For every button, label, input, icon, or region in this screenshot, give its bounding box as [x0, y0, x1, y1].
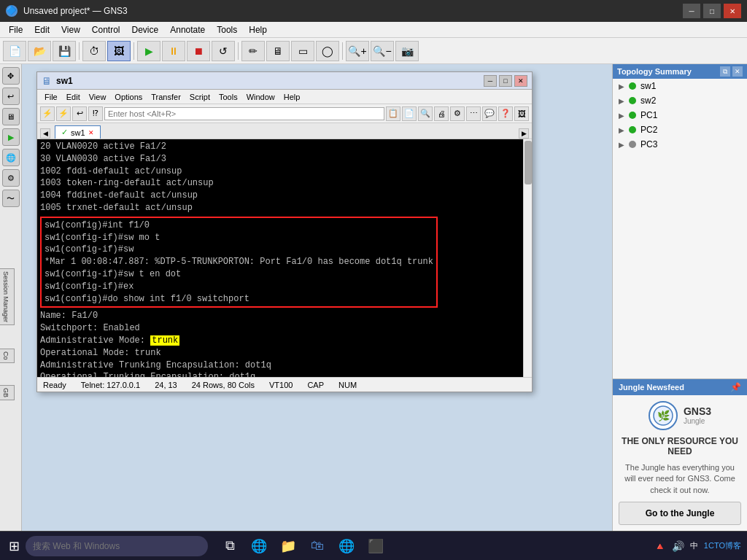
- rect-button[interactable]: ▭: [291, 41, 314, 61]
- term-menu-transfer[interactable]: Transfer: [147, 92, 185, 102]
- zoom-in-button[interactable]: 🔍+: [346, 41, 369, 61]
- term-tb-more[interactable]: ⋯: [466, 106, 481, 121]
- taskbar-ime-icon[interactable]: 中: [690, 540, 698, 551]
- save-button[interactable]: 💾: [53, 41, 76, 61]
- monitor-btn[interactable]: 🖥: [2, 108, 20, 125]
- term-tb-copy[interactable]: 📋: [386, 106, 400, 121]
- jungle-goto-button[interactable]: Go to the Jungle: [619, 502, 741, 525]
- close-button[interactable]: ✕: [724, 4, 741, 18]
- jungle-pin-btn[interactable]: 📌: [730, 382, 741, 392]
- settings-btn[interactable]: ⚙: [2, 169, 20, 187]
- minimize-button[interactable]: ─: [683, 4, 700, 18]
- gb-tab[interactable]: GB: [0, 385, 15, 400]
- term-menu-window[interactable]: Window: [242, 92, 279, 102]
- term-menu-edit[interactable]: Edit: [62, 92, 85, 102]
- tab-close-icon[interactable]: ✕: [88, 129, 94, 136]
- new-button[interactable]: 📄: [3, 41, 26, 61]
- term-menu-file[interactable]: File: [40, 92, 62, 102]
- terminal-scroll-thumb[interactable]: [525, 141, 532, 184]
- topo-item-sw1[interactable]: ▶ sw1: [613, 79, 747, 93]
- jungle-header: Jungle Newsfeed 📌: [613, 379, 747, 395]
- window-controls: ─ □ ✕: [683, 4, 741, 18]
- term-tb-1[interactable]: ⚡: [40, 106, 55, 121]
- term-menu-view[interactable]: View: [85, 92, 111, 102]
- back-btn[interactable]: ↩: [2, 88, 20, 105]
- topo-item-pc2[interactable]: ▶ PC2: [613, 122, 747, 137]
- panel-detach-btn[interactable]: ⧉: [720, 66, 730, 77]
- move-tool-btn[interactable]: ✥: [2, 67, 20, 85]
- terminal-maximize-btn[interactable]: □: [499, 75, 512, 87]
- topo-arrow-sw1: ▶: [619, 82, 624, 90]
- taskbar-blog-icon[interactable]: 1CTO博客: [704, 540, 741, 551]
- topo-item-sw2[interactable]: ▶ sw2: [613, 93, 747, 108]
- term-menu-options[interactable]: Options: [110, 92, 147, 102]
- taskbar-app-explorer[interactable]: 📁: [275, 533, 301, 559]
- taskbar-app-task-view[interactable]: ⧉: [217, 533, 243, 559]
- maximize-button[interactable]: □: [703, 4, 721, 18]
- taskbar-search-input[interactable]: [26, 536, 208, 556]
- start-button[interactable]: ⊞: [6, 535, 23, 557]
- menu-help[interactable]: Help: [243, 23, 273, 36]
- term-tb-4[interactable]: ⁉: [88, 106, 103, 121]
- snake-btn[interactable]: 〜: [2, 190, 20, 207]
- terminal-lines[interactable]: 20 VLAN0020 active Fa1/2 30 VLAN0030 act…: [37, 139, 523, 377]
- menu-control[interactable]: Control: [86, 23, 126, 36]
- terminal-tab-sw1[interactable]: ✓ sw1 ✕: [55, 125, 101, 139]
- taskbar-volume-icon[interactable]: 🔊: [672, 540, 684, 552]
- history-button[interactable]: ⏱: [82, 41, 106, 61]
- taskbar-app-edge[interactable]: 🌐: [246, 533, 272, 559]
- term-menu-tools[interactable]: Tools: [214, 92, 242, 102]
- console-button[interactable]: 🖥: [266, 41, 290, 61]
- ellipse-button[interactable]: ◯: [316, 41, 339, 61]
- canvas-area[interactable]: sw2 f1/0 trunk sw1: [22, 64, 612, 531]
- term-tb-settings[interactable]: ⚙: [450, 106, 465, 121]
- menu-edit[interactable]: Edit: [28, 23, 55, 36]
- menu-device[interactable]: Device: [126, 23, 165, 36]
- term-tb-chat[interactable]: 💬: [482, 106, 497, 121]
- term-menu-help[interactable]: Help: [279, 92, 305, 102]
- stop-button[interactable]: ⏹: [187, 41, 210, 61]
- topo-item-pc3[interactable]: ▶ PC3: [613, 137, 747, 152]
- terminal-minimize-btn[interactable]: ─: [484, 75, 497, 87]
- pause-button[interactable]: ⏸: [162, 41, 185, 61]
- edit-node-button[interactable]: ✏: [241, 41, 265, 61]
- term-menu-script[interactable]: Script: [185, 92, 214, 102]
- host-input[interactable]: [104, 107, 384, 120]
- diagram-button[interactable]: 🖼: [107, 41, 131, 61]
- topo-arrow-pc3: ▶: [619, 141, 624, 149]
- session-manager-tab[interactable]: Session Manager: [0, 268, 15, 325]
- term-tb-2[interactable]: ⚡: [56, 106, 71, 121]
- topo-label-pc2: PC2: [640, 125, 657, 135]
- tab-nav-right[interactable]: ▶: [519, 128, 529, 139]
- term-tb-paste[interactable]: 📄: [402, 106, 417, 121]
- terminal-outer[interactable]: 20 VLAN0020 active Fa1/2 30 VLAN0030 act…: [37, 139, 532, 377]
- play-button[interactable]: ▶: [137, 41, 160, 61]
- term-tb-search[interactable]: 🔍: [418, 106, 433, 121]
- tab-nav-left[interactable]: ◀: [40, 128, 50, 139]
- topo-item-pc1[interactable]: ▶ PC1: [613, 108, 747, 122]
- terminal-scrollbar[interactable]: [523, 139, 532, 377]
- open-button[interactable]: 📂: [28, 41, 51, 61]
- jungle-panel-title: Jungle Newsfeed: [619, 383, 684, 392]
- term-tb-3[interactable]: ↩: [72, 106, 87, 121]
- terminal-close-btn[interactable]: ✕: [514, 75, 527, 87]
- panel-close-btn[interactable]: ✕: [732, 66, 743, 77]
- term-tb-img[interactable]: 🖼: [514, 106, 529, 121]
- menu-file[interactable]: File: [3, 23, 28, 36]
- menu-annotate[interactable]: Annotate: [164, 23, 211, 36]
- zoom-out-button[interactable]: 🔍−: [371, 41, 394, 61]
- menu-tools[interactable]: Tools: [211, 23, 243, 36]
- co-tab[interactable]: Co: [0, 349, 15, 363]
- term-tb-print[interactable]: 🖨: [434, 106, 449, 121]
- term-line-1: 20 VLAN0020 active Fa1/2: [40, 141, 520, 153]
- reload-button[interactable]: ↺: [212, 41, 235, 61]
- menu-view[interactable]: View: [55, 23, 86, 36]
- term-tb-help[interactable]: ❓: [498, 106, 513, 121]
- taskbar-app-cmd[interactable]: ⬛: [363, 533, 389, 559]
- network-btn[interactable]: 🌐: [2, 149, 20, 166]
- taskbar-app-store[interactable]: 🛍: [304, 533, 330, 559]
- taskbar-app-edge2[interactable]: 🌐: [333, 533, 360, 559]
- taskbar-network-icon[interactable]: 🔺: [654, 540, 666, 552]
- play-small-btn[interactable]: ▶: [2, 128, 20, 146]
- screenshot-button[interactable]: 📷: [395, 41, 419, 61]
